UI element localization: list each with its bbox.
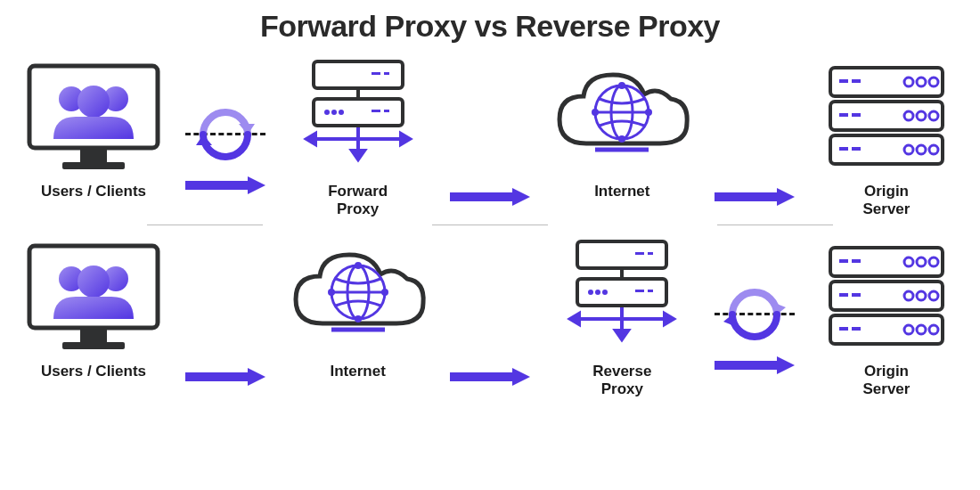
svg-point-24 [618, 82, 625, 89]
diagram-title: Forward Proxy vs Reverse Proxy [18, 9, 962, 44]
sync-arrows-icon [715, 279, 795, 350]
origin-server-node: OriginServer [811, 234, 962, 399]
server-stack-icon [820, 59, 953, 175]
svg-rect-89 [852, 327, 861, 331]
origin-label: OriginServer [863, 183, 911, 219]
reverse-proxy-node: ReverseProxy [546, 234, 698, 399]
svg-rect-65 [635, 252, 644, 255]
svg-point-56 [381, 289, 388, 296]
arrow-right-icon [450, 368, 530, 386]
divider [147, 225, 263, 225]
svg-point-55 [328, 289, 335, 296]
svg-point-64 [602, 290, 608, 295]
internet-node: Internet [282, 234, 434, 380]
svg-point-6 [78, 86, 110, 118]
svg-rect-15 [384, 110, 389, 112]
arrow-users-to-internet [181, 234, 270, 386]
users-node: Users / Clients [18, 234, 169, 380]
svg-rect-2 [80, 150, 107, 162]
svg-rect-39 [839, 79, 848, 83]
arrow-right-icon [715, 188, 795, 206]
svg-rect-41 [839, 113, 848, 117]
svg-point-63 [595, 290, 600, 295]
arrow-right-icon [185, 176, 265, 194]
arrow-right-icon [185, 368, 265, 386]
svg-point-11 [339, 110, 344, 115]
svg-rect-43 [839, 147, 848, 151]
internet-label: Internet [330, 363, 385, 380]
internet-label: Internet [594, 183, 649, 200]
svg-rect-40 [852, 79, 861, 83]
divider [717, 225, 833, 225]
svg-rect-84 [839, 259, 848, 263]
svg-point-51 [78, 265, 110, 298]
svg-rect-88 [839, 327, 848, 331]
svg-rect-44 [852, 147, 861, 151]
server-stack-icon [820, 239, 953, 355]
origin-server-node: OriginServer [811, 54, 962, 219]
users-node: Users / Clients [18, 54, 169, 200]
svg-rect-85 [852, 259, 861, 263]
row-dividers [18, 225, 962, 225]
svg-rect-47 [80, 330, 107, 342]
svg-rect-12 [372, 72, 380, 75]
internet-cloud-icon [546, 59, 698, 175]
arrow-proxy-to-internet [445, 54, 535, 206]
svg-point-57 [355, 262, 362, 269]
svg-point-22 [592, 109, 599, 116]
sync-arrows-icon [185, 99, 265, 170]
arrow-right-icon [450, 188, 530, 206]
internet-cloud-icon [282, 239, 434, 355]
forward-proxy-label: ForwardProxy [328, 183, 388, 219]
users-monitor-icon [22, 59, 165, 175]
reverse-proxy-row: Users / Clients [18, 234, 962, 399]
reverse-proxy-label: ReverseProxy [592, 363, 651, 399]
svg-rect-68 [648, 290, 653, 292]
svg-point-58 [355, 315, 362, 323]
users-label: Users / Clients [41, 363, 146, 380]
proxy-server-icon [555, 234, 689, 359]
arrow-right-icon [715, 356, 795, 374]
arrow-internet-to-proxy [445, 234, 535, 386]
svg-rect-48 [62, 342, 125, 349]
svg-point-23 [645, 109, 652, 116]
users-label: Users / Clients [41, 183, 146, 200]
forward-proxy-node: ForwardProxy [282, 54, 434, 219]
origin-label: OriginServer [863, 363, 911, 399]
svg-rect-3 [62, 162, 125, 169]
arrow-users-to-proxy [181, 54, 270, 194]
proxy-server-icon [291, 54, 425, 179]
svg-point-25 [618, 135, 625, 143]
svg-rect-42 [852, 113, 861, 117]
svg-point-10 [331, 110, 337, 115]
forward-proxy-row: Users / Clients [18, 54, 962, 219]
svg-point-9 [324, 110, 330, 115]
divider [432, 225, 548, 225]
internet-node: Internet [546, 54, 698, 200]
svg-rect-86 [839, 293, 848, 297]
svg-rect-14 [372, 110, 380, 112]
svg-point-62 [588, 290, 593, 295]
arrow-proxy-to-origin [710, 234, 799, 374]
svg-rect-87 [852, 293, 861, 297]
svg-rect-66 [648, 252, 653, 255]
svg-rect-67 [635, 290, 644, 292]
arrow-internet-to-origin [710, 54, 799, 206]
svg-rect-13 [384, 72, 389, 75]
users-monitor-icon [22, 239, 165, 355]
